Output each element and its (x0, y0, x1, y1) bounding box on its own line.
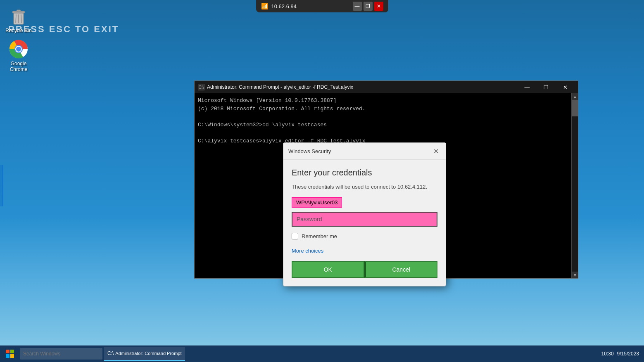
chrome-label: Google Chrome (4, 61, 33, 72)
recycle-bin-label: Recycle Bin (5, 28, 31, 33)
username-badge: WP\AlyvixUser03 (292, 197, 342, 208)
start-button[interactable] (2, 346, 18, 361)
cancel-button[interactable]: Cancel (364, 261, 438, 278)
password-input[interactable] (292, 212, 437, 227)
remember-me-checkbox[interactable] (292, 233, 298, 239)
cmd-window-title: Administrator: Command Prompt - alyvix_e… (207, 84, 353, 90)
svg-rect-2 (17, 10, 21, 12)
taskbar-cmd-icon: C:\ (107, 350, 114, 356)
dialog-description: These credentials will be used to connec… (292, 184, 437, 190)
left-strip (0, 165, 3, 206)
cmd-line-4: C:\Windows\system32>cd \alyvix_testcases (198, 121, 575, 129)
security-dialog: Windows Security ✕ Enter your credential… (283, 142, 446, 286)
taskbar-search[interactable] (20, 348, 102, 360)
dialog-buttons: OK Cancel (292, 261, 437, 278)
dialog-close-button[interactable]: ✕ (431, 146, 441, 156)
taskbar-time: 10:30 (601, 351, 614, 357)
rdp-title: 10.62.6.94 (271, 3, 297, 9)
desktop: PRESS ESC TO EXIT Recycle Bin (0, 0, 644, 362)
cmd-titlebar-left: C:\ Administrator: Command Prompt - alyv… (198, 84, 353, 90)
cmd-close-button[interactable]: ✕ (556, 83, 575, 92)
signal-icon: 📶 (261, 3, 268, 9)
cmd-icon: C:\ (198, 84, 204, 90)
recycle-bin-icon[interactable]: Recycle Bin (2, 4, 35, 35)
chrome-image (9, 39, 29, 59)
dialog-heading: Enter your credentials (292, 168, 437, 177)
ok-button[interactable]: OK (292, 261, 364, 278)
google-chrome-icon[interactable]: Google Chrome (2, 37, 35, 74)
rdp-restore-button[interactable]: ❐ (364, 2, 373, 11)
remember-me-label: Remember me (302, 233, 337, 239)
cmd-restore-button[interactable]: ❐ (537, 83, 556, 92)
rdp-close-button[interactable]: ✕ (374, 2, 383, 11)
cmd-line-1: Microsoft Windows [Version 10.0.17763.38… (198, 97, 575, 105)
svg-rect-12 (6, 354, 10, 358)
taskbar-cmd-item[interactable]: C:\ Administrator: Command Prompt (104, 347, 185, 361)
cmd-scroll-up[interactable]: ▲ (572, 93, 578, 100)
svg-rect-11 (10, 350, 14, 353)
dialog-body: Enter your credentials These credentials… (283, 160, 446, 286)
rdp-bar-left: 📶 10.62.6.94 (261, 3, 297, 9)
svg-line-3 (16, 14, 16, 23)
cmd-line-3 (198, 113, 575, 121)
taskbar-items: C:\ Administrator: Command Prompt (104, 347, 596, 361)
cmd-line-5 (198, 129, 575, 137)
windows-logo (5, 349, 14, 358)
cmd-scroll-down[interactable]: ▼ (572, 272, 578, 278)
rdp-bar-controls: — ❐ ✕ (353, 2, 383, 11)
password-input-wrap (292, 212, 437, 227)
cmd-scroll-thumb[interactable] (572, 100, 578, 116)
svg-line-5 (21, 14, 21, 23)
svg-rect-13 (10, 354, 14, 358)
taskbar: C:\ Administrator: Command Prompt 10:30 … (0, 345, 644, 362)
rdp-bar: 📶 10.62.6.94 — ❐ ✕ (256, 0, 388, 12)
rdp-minimize-button[interactable]: — (353, 2, 362, 11)
dialog-title-text: Windows Security (288, 148, 331, 154)
remember-row: Remember me (292, 233, 437, 239)
taskbar-date: 9/15/2023 (617, 351, 639, 357)
cmd-titlebar: C:\ Administrator: Command Prompt - alyv… (195, 81, 578, 93)
cmd-line-2: (c) 2018 Microsoft Corporation. All righ… (198, 105, 575, 113)
svg-rect-10 (6, 350, 10, 353)
dialog-titlebar: Windows Security ✕ (283, 143, 446, 160)
taskbar-cmd-label: Administrator: Command Prompt (115, 351, 181, 356)
cmd-minimize-button[interactable]: — (518, 83, 537, 92)
recycle-bin-image (9, 6, 29, 26)
cmd-scrollbar[interactable]: ▲ ▼ (571, 93, 578, 278)
cmd-controls: — ❐ ✕ (518, 83, 575, 92)
cmd-icon-letter: C:\ (199, 85, 204, 90)
taskbar-right: 10:30 9/15/2023 (598, 351, 642, 357)
svg-point-9 (16, 47, 21, 52)
more-choices-link[interactable]: More choices (292, 248, 323, 254)
